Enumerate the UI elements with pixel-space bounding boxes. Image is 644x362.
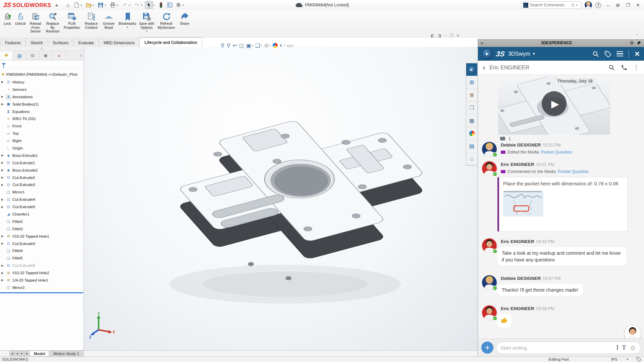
unlock-button[interactable]: Unlock bbox=[13, 11, 28, 26]
print-icon[interactable] bbox=[109, 1, 117, 9]
tree-item[interactable]: ▶ Fillet3 bbox=[0, 225, 84, 233]
search-commands-box[interactable]: >_ Search Commands ▾ bbox=[522, 1, 581, 9]
pin-icon[interactable] bbox=[637, 41, 641, 45]
tree-item[interactable]: ▶ Cut-Extrude5 bbox=[0, 203, 84, 210]
tree-item[interactable]: ▶ Fillet4 bbox=[0, 247, 84, 254]
tab-scroll-next-icon[interactable]: ▶ bbox=[19, 351, 25, 356]
open-icon[interactable] bbox=[85, 1, 93, 9]
expand-arrow-icon[interactable]: ▶ bbox=[1, 154, 5, 157]
replace-content-button[interactable]: Replace Content bbox=[82, 11, 101, 30]
tree-item[interactable]: ▶ Boss-Extrude2 bbox=[0, 167, 84, 174]
save-dropdown-icon[interactable]: ▾ bbox=[105, 4, 108, 7]
expand-arrow-icon[interactable]: ▶ bbox=[1, 242, 5, 245]
avatar-eric[interactable]: ✓ bbox=[482, 238, 497, 253]
tab-sketch[interactable]: Sketch bbox=[25, 38, 48, 47]
avatar-debbie[interactable]: ✓ bbox=[482, 275, 497, 290]
tree-item[interactable]: ▶ Solid Bodies(1) bbox=[0, 101, 84, 108]
help-icon[interactable]: ? bbox=[595, 2, 601, 8]
task-pane-item[interactable] bbox=[466, 153, 477, 165]
tree-item[interactable]: ▶ Equations bbox=[0, 108, 84, 115]
tab-model[interactable]: Model bbox=[30, 351, 49, 356]
task-pane-item[interactable] bbox=[466, 140, 477, 153]
text-format-icon[interactable]: T bbox=[622, 344, 626, 351]
avatar-eric[interactable]: ✓ bbox=[482, 161, 497, 176]
share-button[interactable]: Share bbox=[178, 11, 191, 26]
expand-arrow-icon[interactable]: ▶ bbox=[1, 235, 5, 238]
tree-item[interactable]: ▶ Cut-Extrude9 bbox=[0, 240, 84, 247]
save-with-options-button[interactable]: Save with Options ▾ bbox=[138, 11, 155, 33]
new-dropdown-icon[interactable]: ▾ bbox=[80, 4, 84, 7]
expand-arrow-icon[interactable]: ▶ bbox=[1, 205, 5, 208]
comment-count-row[interactable]: 1 bbox=[500, 136, 511, 141]
groove-bead-button[interactable]: Groove Bead bbox=[101, 11, 117, 30]
tree-item[interactable]: ▶ Cut-Extrude8 bbox=[0, 262, 84, 269]
open-dropdown-icon[interactable]: ▾ bbox=[93, 4, 96, 7]
tabs-expand-icon[interactable]: › bbox=[80, 53, 82, 58]
doc-minimize-icon[interactable]: – bbox=[444, 33, 447, 38]
menu-icon[interactable] bbox=[616, 51, 623, 57]
redo-dropdown-icon[interactable]: ▾ bbox=[141, 4, 144, 7]
compass-icon[interactable]: ▶ bbox=[482, 49, 493, 59]
properties-panel-icon[interactable] bbox=[166, 1, 174, 9]
tab-mbd-dimensions[interactable]: MBD Dimensions bbox=[99, 38, 140, 47]
task-pane-item[interactable] bbox=[466, 127, 477, 140]
tab-lifecycle-collaboration[interactable]: Lifecycle and Collaboration bbox=[140, 38, 202, 47]
options-dropdown-icon[interactable]: ▾ bbox=[182, 4, 186, 7]
undo-icon[interactable]: ↶ bbox=[121, 1, 129, 9]
expand-arrow-icon[interactable]: ▶ bbox=[1, 80, 5, 83]
tab-scroll-last-icon[interactable]: ▶| bbox=[24, 351, 30, 356]
window-restore-icon[interactable]: ❐ bbox=[625, 3, 631, 8]
tree-item[interactable]: ▶ #10-32 Tapped Hole1 bbox=[0, 233, 84, 240]
new-document-icon[interactable] bbox=[72, 1, 80, 9]
tree-item[interactable]: ▶ Right bbox=[0, 137, 84, 144]
cad-part-model[interactable] bbox=[84, 47, 478, 350]
reload-from-server-button[interactable]: Reload From Server bbox=[28, 11, 44, 34]
tab-display-manager[interactable]: ◑ bbox=[52, 51, 65, 60]
tab-feature-tree[interactable]: ❖ bbox=[0, 51, 13, 60]
zoom-area-icon[interactable]: ⚲ bbox=[227, 42, 231, 49]
play-button[interactable]: ▶ bbox=[542, 91, 567, 116]
tab-scroll-first-icon[interactable]: |◀ bbox=[9, 351, 15, 356]
tree-item[interactable]: ▶ 1/4-20 Tapped Hole1 bbox=[0, 277, 84, 284]
user-avatar[interactable] bbox=[585, 1, 592, 9]
hide-show-items-icon[interactable]: ⊙▾ bbox=[264, 42, 270, 49]
plm-properties-button[interactable]: PLM Properties bbox=[62, 11, 82, 30]
select-cursor-icon[interactable] bbox=[145, 1, 153, 9]
search-dropdown-icon[interactable]: ▾ bbox=[576, 4, 580, 7]
panel-gear-icon[interactable]: ⚙ bbox=[630, 40, 634, 46]
status-tag-icon[interactable] bbox=[636, 357, 641, 362]
quoted-comment[interactable]: Place the pocket here with dimensions of… bbox=[497, 177, 628, 232]
tree-item[interactable]: ▶ Cut-Extrude1 bbox=[0, 159, 84, 167]
swym-search-icon[interactable] bbox=[592, 51, 599, 57]
window-minimize-icon[interactable]: – bbox=[604, 3, 611, 8]
tree-item[interactable]: ▶ #10-32 Tapped Hole2 bbox=[0, 269, 84, 277]
expand-arrow-icon[interactable]: ▶ bbox=[1, 183, 5, 186]
app-switcher[interactable]: 3DSwym ▼ bbox=[508, 51, 536, 57]
dock-pane-left-icon[interactable]: ◧ bbox=[431, 33, 434, 38]
video-thumbnail[interactable]: Thursday, July 18 ▶ bbox=[498, 76, 610, 135]
tree-item[interactable]: ▶ Sensors bbox=[0, 86, 84, 93]
tab-configuration-manager[interactable]: ⧉ bbox=[26, 51, 39, 60]
zoom-fit-icon[interactable]: ⚲ bbox=[221, 42, 225, 49]
tree-item[interactable]: ▶ Top bbox=[0, 130, 84, 137]
tab-dimxpert-manager[interactable]: ⊕ bbox=[39, 51, 52, 60]
avatar-eric[interactable]: ✓ bbox=[482, 305, 497, 320]
add-attachment-button[interactable]: + bbox=[481, 342, 493, 354]
expand-arrow-icon[interactable]: ▶ bbox=[1, 272, 5, 275]
window-dock-icon[interactable]: ⊞ bbox=[614, 3, 621, 8]
redo-icon[interactable]: ↷ bbox=[133, 1, 141, 9]
tree-item[interactable]: ▶ Cut-Extrude4 bbox=[0, 196, 84, 203]
doc-restore-icon[interactable]: ❐ bbox=[449, 33, 453, 38]
search-input[interactable]: Search Commands bbox=[530, 3, 569, 7]
tree-item[interactable]: ▶ Cut-Extrude3 bbox=[0, 181, 84, 188]
expand-arrow-icon[interactable]: ▶ bbox=[1, 176, 5, 179]
tree-item[interactable]: ▶ Annotations bbox=[0, 93, 84, 101]
expand-arrow-icon[interactable]: ▶ bbox=[1, 198, 5, 201]
save-icon[interactable] bbox=[97, 1, 105, 9]
tree-root-item[interactable]: ❖ PM009464 (PM009464) <<Default>_Phot bbox=[0, 71, 84, 78]
apply-scene-icon[interactable]: ◐▾ bbox=[280, 42, 285, 48]
chat-scroll-area[interactable]: Thursday, July 18 ▶ 1 ✓ Debbie DESIGNER0… bbox=[478, 75, 644, 339]
view-settings-icon[interactable]: ▭▾ bbox=[287, 42, 294, 49]
rollback-bar[interactable] bbox=[0, 292, 83, 293]
menu-flyout-arrow-icon[interactable]: ▶ bbox=[56, 3, 58, 7]
